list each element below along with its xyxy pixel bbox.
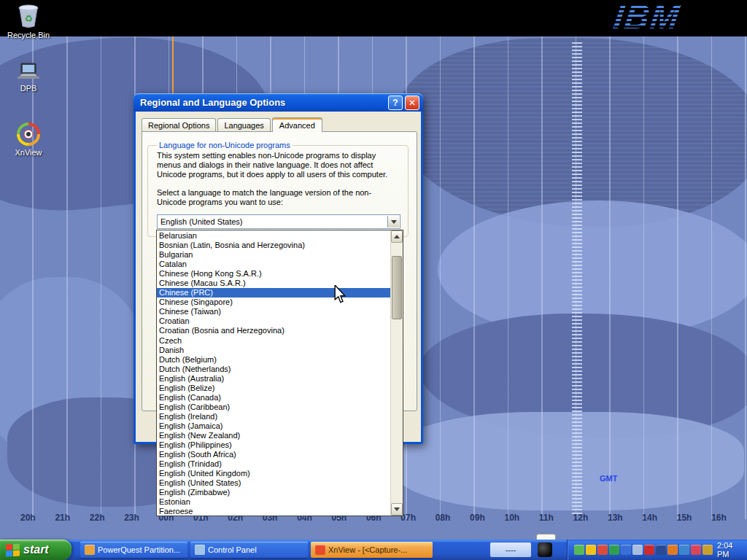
dropdown-list-item[interactable]: Estonian	[157, 497, 390, 507]
description-text: This system setting enables non-Unicode …	[157, 151, 400, 179]
dropdown-list-item[interactable]: Catalan	[157, 260, 390, 269]
task-label: Control Panel	[208, 545, 257, 554]
xnview-icon	[17, 122, 40, 146]
laptop-icon	[16, 61, 41, 82]
dropdown-list-item[interactable]: Faeroese	[157, 507, 390, 516]
task-icon	[195, 545, 205, 555]
tray-icon[interactable]	[656, 545, 666, 555]
hour-label: 09h	[470, 513, 485, 523]
dropdown-scrollbar[interactable]	[390, 230, 403, 516]
dropdown-list-item[interactable]: Belarusian	[157, 231, 390, 241]
dropdown-list-item[interactable]: English (Caribbean)	[157, 402, 390, 412]
scroll-up-button[interactable]	[391, 230, 403, 243]
dropdown-list-item[interactable]: Croatian (Bosnia and Herzegovina)	[157, 326, 390, 335]
hour-label: 14h	[642, 513, 657, 523]
close-button[interactable]: ✕	[405, 96, 419, 110]
dropdown-list-item[interactable]: English (South Africa)	[157, 450, 390, 459]
hour-label: 16h	[711, 513, 727, 523]
task-button[interactable]: XnView - [<Capture-...	[311, 542, 433, 558]
desktop-icon-dpb[interactable]: DPB	[0, 61, 57, 93]
timezone-marker-line	[172, 36, 174, 98]
taskbar: start PowerQuest Partition... Control Pa…	[0, 540, 747, 560]
dialog-titlebar[interactable]: Regional and Language Options ? ✕	[133, 93, 423, 112]
tray-icon[interactable]	[597, 545, 608, 555]
tray-icon[interactable]	[679, 545, 689, 555]
task-button[interactable]: PowerQuest Partition...	[80, 542, 187, 558]
language-combobox[interactable]: English (United States)	[157, 214, 400, 229]
tray-icon[interactable]	[703, 545, 713, 555]
tab[interactable]: Advanced	[272, 117, 322, 132]
combobox-value: English (United States)	[160, 217, 243, 226]
taskbar-clock[interactable]: 2:04 PM	[713, 541, 743, 559]
wallpaper-landmass	[0, 277, 146, 459]
tray-icon[interactable]	[644, 545, 654, 555]
combobox-dropdown-button[interactable]	[387, 216, 399, 228]
desktop: IBM GMT 20h21h22h23h00h01h02h03h04h05h06…	[0, 0, 747, 560]
task-label: XnView - [<Capture-...	[328, 545, 407, 554]
tab[interactable]: Regional Options	[142, 118, 216, 131]
dropdown-list-item[interactable]: English (Jamaica)	[157, 421, 390, 431]
tab[interactable]: Languages	[217, 118, 270, 131]
ibm-logo-stripes	[614, 0, 680, 35]
non-unicode-group: Language for non-Unicode programs This s…	[147, 141, 409, 237]
desktop-icon-recycle-bin[interactable]: ♻ Recycle Bin	[0, 4, 57, 39]
dropdown-list-item[interactable]: English (Philippines)	[157, 440, 390, 450]
dropdown-list-item[interactable]: Chinese (PRC)	[157, 288, 390, 298]
dropdown-list-item[interactable]: English (Zimbabwe)	[157, 488, 390, 497]
hour-label: 23h	[124, 513, 139, 523]
icon-label: Recycle Bin	[0, 31, 57, 39]
scrollbar-thumb[interactable]	[392, 256, 402, 319]
dropdown-list-item[interactable]: Danish	[157, 346, 390, 355]
icon-label: DPB	[0, 84, 57, 93]
timezone-hatched-band	[572, 42, 582, 515]
description-text: Select a language to match the language …	[157, 188, 400, 207]
hour-label: 13h	[608, 513, 623, 523]
dropdown-list-item[interactable]: English (United States)	[157, 478, 390, 488]
hour-label: 20h	[20, 513, 36, 523]
dropdown-list-item[interactable]: Bosnian (Latin, Bosnia and Herzegovina)	[157, 241, 390, 250]
tray-icon[interactable]	[586, 545, 596, 555]
dropdown-list-item[interactable]: English (United Kingdom)	[157, 469, 390, 478]
dropdown-list-item[interactable]: English (Canada)	[157, 393, 390, 402]
task-icon	[85, 545, 95, 555]
wallpaper-landmass	[398, 38, 747, 228]
desktop-icon-xnview[interactable]: XnView	[0, 122, 57, 157]
dropdown-list-item[interactable]: Chinese (Macau S.A.R.)	[157, 279, 390, 288]
dropdown-list-item[interactable]: English (Belize)	[157, 384, 390, 393]
dropdown-list-item[interactable]: English (New Zealand)	[157, 431, 390, 440]
tray-icons	[574, 545, 713, 555]
task-label: PowerQuest Partition...	[98, 545, 180, 554]
dropdown-list-item[interactable]: English (Ireland)	[157, 412, 390, 421]
dropdown-list-item[interactable]: Chinese (Singapore)	[157, 298, 390, 307]
tray-icon[interactable]	[621, 545, 631, 555]
dropdown-list-item[interactable]: Dutch (Belgium)	[157, 355, 390, 365]
dropdown-list-item[interactable]: Czech	[157, 336, 390, 346]
dropdown-list-item[interactable]: Bulgarian	[157, 250, 390, 260]
dropdown-list-item[interactable]: English (Australia)	[157, 374, 390, 384]
arrow-up-icon	[394, 232, 400, 238]
dropdown-list-item[interactable]: Croatian	[157, 316, 390, 326]
group-title: Language for non-Unicode programs	[157, 141, 293, 149]
task-icon	[315, 545, 325, 555]
hour-label: 12h	[573, 513, 589, 523]
help-button[interactable]: ?	[388, 96, 403, 110]
hour-label: 11h	[539, 513, 554, 523]
svg-text:♻: ♻	[24, 13, 33, 24]
tray-icon[interactable]	[574, 545, 584, 555]
dropdown-list-item[interactable]: English (Trinidad)	[157, 459, 390, 469]
wallpaper-landmass	[394, 412, 744, 510]
scroll-down-button[interactable]	[391, 503, 403, 516]
dropdown-list-item[interactable]: Chinese (Hong Kong S.A.R.)	[157, 269, 390, 279]
task-button[interactable]: Control Panel	[190, 542, 308, 558]
tray-icon[interactable]	[632, 545, 643, 555]
hour-label: 15h	[677, 513, 692, 523]
tray-icon[interactable]	[667, 545, 678, 555]
minimized-window-button[interactable]: ----	[490, 542, 531, 557]
tray-icon[interactable]	[691, 545, 701, 555]
dark-app-icon[interactable]	[538, 542, 552, 557]
tray-icon[interactable]	[609, 545, 619, 555]
dropdown-list-item[interactable]: Chinese (Taiwan)	[157, 307, 390, 316]
dropdown-list-item[interactable]: Dutch (Netherlands)	[157, 365, 390, 374]
hour-label: 10h	[504, 513, 519, 523]
hour-label: 21h	[55, 513, 70, 523]
